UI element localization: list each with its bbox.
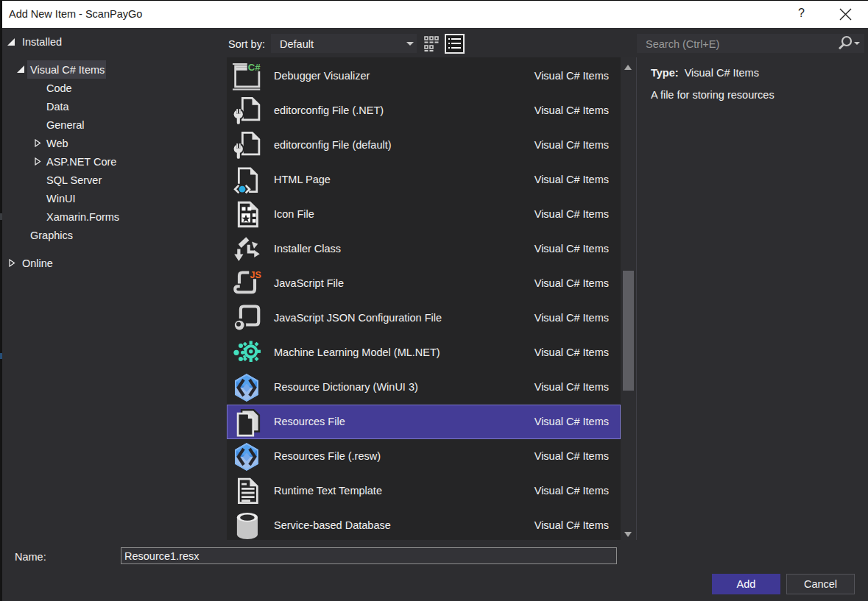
svg-text:JS: JS bbox=[250, 270, 261, 280]
svg-text:C#: C# bbox=[248, 62, 261, 73]
